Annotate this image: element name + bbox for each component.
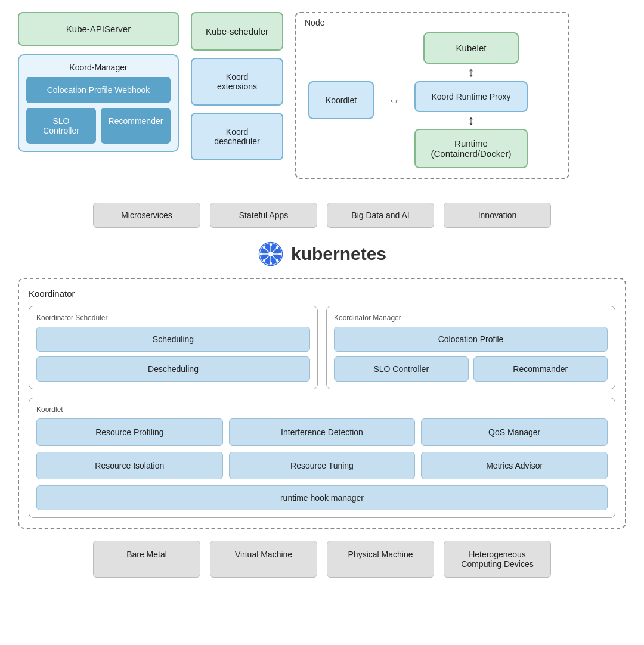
koordinator-title: Koordinator (29, 289, 615, 299)
vert-arrow-1-icon: ↕ (468, 64, 475, 81)
slo-controller-item: SLO Controller (334, 356, 469, 382)
scheduler-section-label: Koordinator Scheduler (36, 314, 310, 322)
kubernetes-title: kubernetes (291, 244, 386, 264)
resource-profiling-label: Resource Profiling (95, 427, 163, 437)
bottom-virtual-machine-label: Virtual Machine (235, 550, 292, 559)
qos-manager-label: QoS Manager (488, 427, 540, 437)
koordlet-node-label: Koordlet (326, 95, 357, 105)
svg-point-9 (260, 253, 262, 255)
horiz-arrow-icon: ↔ (386, 94, 402, 107)
kubernetes-logo-icon (258, 241, 284, 267)
app-type-microservices-label: Microservices (121, 210, 172, 220)
kube-scheduler-box: Kube-scheduler (191, 12, 283, 51)
koord-manager-title: Koord-Manager (26, 63, 171, 72)
recommander-item: Recommander (473, 356, 608, 382)
scheduling-item: Scheduling (36, 327, 310, 352)
recommander-label: Recommander (513, 364, 568, 374)
bottom-bare-metal: Bare Metal (93, 541, 200, 578)
runtime-box: Runtime(Containerd/Docker) (414, 129, 528, 168)
colocation-profile-label: Colocation Profile (438, 334, 504, 344)
app-type-stateful-label: Stateful Apps (239, 210, 289, 220)
koord-sections-row: Koordinator Scheduler Scheduling Desched… (29, 306, 615, 389)
app-type-bigdata-label: Big Data and AI (351, 210, 409, 220)
node-label: Node (305, 18, 324, 27)
resource-tuning-label: Resource Tuning (290, 461, 354, 470)
qos-manager-item: QoS Manager (421, 418, 608, 446)
resource-isolation-item: Resource Isolation (36, 452, 223, 479)
bottom-physical-machine: Physical Machine (327, 541, 434, 578)
slo-controller-label: SLOController (43, 116, 79, 135)
koord-descheduler-label: Koorddescheduler (214, 127, 259, 146)
runtime-hook-item: runtime hook manager (36, 485, 608, 510)
koordinator-box: Koordinator Koordinator Scheduler Schedu… (18, 278, 626, 529)
recommender-label: Recommender (109, 116, 163, 126)
koordlet-section-box: Koordlet Resource Profiling Interference… (29, 398, 615, 518)
app-type-microservices: Microservices (93, 203, 200, 228)
koordlet-node-box: Koordlet (308, 81, 374, 119)
svg-point-13 (276, 246, 278, 249)
descheduling-label: Descheduling (148, 364, 199, 374)
resource-profiling-item: Resource Profiling (36, 418, 223, 446)
kubelet-box: Kubelet (423, 32, 519, 64)
app-types-row: Microservices Stateful Apps Big Data and… (18, 203, 626, 228)
bottom-heterogeneous: HeterogeneousComputing Devices (444, 541, 551, 578)
colocation-profile-item: Colocation Profile (334, 327, 608, 352)
runtime-label: Runtime(Containerd/Docker) (431, 138, 511, 159)
bottom-heterogeneous-label: HeterogeneousComputing Devices (461, 550, 533, 569)
koord-runtime-proxy-box: Koord Runtime Proxy (414, 81, 528, 112)
svg-point-12 (276, 259, 278, 262)
node-box: Node Koordlet ↔ Kubelet ↕ Koord Runtime … (295, 12, 569, 179)
koordlet-section-label: Koordlet (36, 405, 608, 414)
slo-controller-box: SLOController (26, 108, 96, 144)
svg-point-8 (270, 262, 272, 265)
runtime-hook-label: runtime hook manager (280, 493, 364, 503)
manager-section-label: Koordinator Manager (334, 314, 608, 322)
kubelet-label: Kubelet (456, 43, 487, 53)
kube-scheduler-label: Kube-scheduler (206, 26, 268, 36)
svg-point-14 (263, 259, 265, 262)
koord-runtime-proxy-label: Koord Runtime Proxy (431, 92, 510, 101)
recommender-box: Recommender (101, 108, 171, 144)
bottom-physical-machine-label: Physical Machine (348, 550, 413, 559)
kube-apiserver-label: Kube-APIServer (66, 24, 131, 34)
slo-controller-item-label: SLO Controller (373, 364, 429, 374)
colocation-webhook-label: Colocation Profile Webhook (47, 85, 150, 95)
metrics-advisor-label: Metrics Advisor (486, 461, 543, 470)
app-type-innovation-label: Innovation (478, 210, 517, 220)
koord-descheduler-box: Koorddescheduler (191, 113, 283, 160)
koordinator-manager-box: Koordinator Manager Colocation Profile S… (326, 306, 615, 389)
koord-manager-box: Koord-Manager Colocation Profile Webhook… (18, 54, 179, 152)
bottom-virtual-machine: Virtual Machine (210, 541, 317, 578)
app-type-stateful: Stateful Apps (210, 203, 317, 228)
app-type-bigdata: Big Data and AI (327, 203, 434, 228)
interference-detection-label: Interference Detection (281, 427, 363, 437)
app-type-innovation: Innovation (444, 203, 551, 228)
kubernetes-section: kubernetes (18, 241, 626, 267)
resource-isolation-label: Resource Isolation (95, 461, 164, 470)
bottom-infra-row: Bare Metal Virtual Machine Physical Mach… (18, 541, 626, 578)
resource-tuning-item: Resource Tuning (229, 452, 416, 479)
metrics-advisor-item: Metrics Advisor (421, 452, 608, 479)
svg-point-10 (279, 253, 281, 255)
descheduling-item: Descheduling (36, 356, 310, 382)
svg-point-11 (263, 246, 265, 249)
koord-extensions-label: Koordextensions (217, 72, 257, 91)
svg-point-7 (270, 243, 272, 246)
kube-apiserver-box: Kube-APIServer (18, 12, 179, 46)
bottom-bare-metal-label: Bare Metal (126, 550, 167, 559)
scheduling-label: Scheduling (153, 334, 194, 344)
svg-point-6 (268, 252, 273, 256)
colocation-webhook-box: Colocation Profile Webhook (26, 77, 171, 103)
koord-extensions-box: Koordextensions (191, 58, 283, 106)
vert-arrow-2-icon: ↕ (468, 112, 475, 129)
top-architecture: Kube-APIServer Koord-Manager Colocation … (18, 12, 626, 179)
koordinator-scheduler-box: Koordinator Scheduler Scheduling Desched… (29, 306, 318, 389)
interference-detection-item: Interference Detection (229, 418, 416, 446)
